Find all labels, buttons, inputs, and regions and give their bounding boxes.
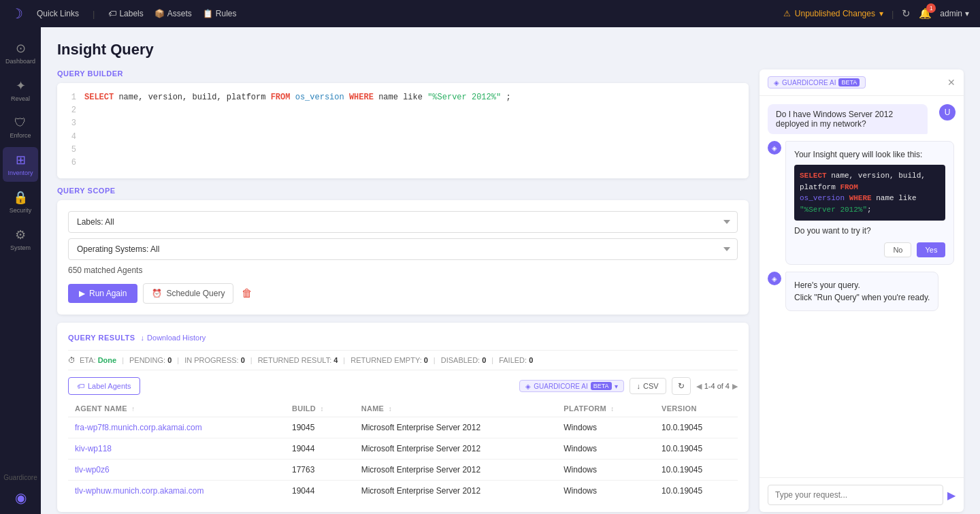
ai-panel-toggle[interactable]: ✕: [947, 77, 956, 88]
chevron-down-icon: ▾: [879, 9, 883, 18]
col-build[interactable]: BUILD ↕: [285, 400, 355, 417]
brand-icon: ◉: [15, 489, 27, 506]
notifications-button[interactable]: 🔔: [919, 7, 932, 20]
reveal-icon: ✦: [16, 78, 26, 93]
results-stats: ⏱ ETA: Done | PENDING: 0 |: [68, 350, 738, 370]
cell-platform: Windows: [557, 417, 655, 438]
agent-link[interactable]: tlv-wphuw.munich.corp.akamai.com: [75, 486, 203, 496]
prev-page-button[interactable]: ◀: [696, 382, 702, 391]
sort-icon: ↕: [389, 405, 392, 413]
admin-menu[interactable]: admin ▾: [940, 9, 969, 18]
query-results-section: QUERY RESULTS ↓ Download History ⏱ ETA:: [57, 323, 749, 512]
bot-message-2: Here's your query.Click "Run Query" when…: [785, 272, 938, 311]
code-line-5: 5: [65, 144, 740, 157]
code-editor[interactable]: 1 SELECT name, version, build, platform …: [57, 83, 749, 178]
results-header: QUERY RESULTS ↓ Download History: [68, 334, 738, 342]
pagination: ◀ 1-4 of 4 ▶: [696, 382, 738, 391]
sidebar: ⊙ Dashboard ✦ Reveal 🛡 Enforce ⊞ Invento…: [0, 27, 41, 514]
enforce-icon: 🛡: [14, 116, 27, 130]
cell-build: 19044: [285, 481, 355, 502]
agent-link[interactable]: kiv-wp118: [75, 444, 112, 453]
cell-name: Microsoft Enterprise Server 2012: [355, 460, 557, 481]
ai-badge: ◈ GUARDICORE AI BETA ▾: [519, 380, 623, 392]
next-page-button[interactable]: ▶: [732, 382, 738, 391]
results-right-tools: ◈ GUARDICORE AI BETA ▾ ↓ CSV ↻: [519, 377, 738, 395]
sort-icon: ↕: [320, 405, 323, 413]
bot-avatar-2: ◈: [768, 272, 781, 285]
rules-icon: 📋: [203, 9, 213, 18]
timer-icon: ⏱: [68, 356, 76, 364]
cell-agent-name: tlv-wphuw.munich.corp.akamai.com: [68, 481, 285, 502]
download-icon: ↓: [637, 382, 641, 390]
unpublished-changes[interactable]: ⚠ Unpublished Changes ▾: [783, 9, 883, 18]
app-logo[interactable]: ☽: [11, 5, 23, 22]
chevron-down-icon: ▾: [615, 383, 618, 390]
table-row: fra-wp7f8.munich.corp.akamai.com 19045 M…: [68, 417, 738, 438]
nav-rules[interactable]: 📋 Rules: [203, 9, 237, 18]
code-line-3: 3: [65, 117, 740, 130]
col-platform[interactable]: PLATFORM ↕: [557, 400, 655, 417]
returned-empty-stat: RETURNED EMPTY: 0: [350, 356, 428, 364]
run-again-button[interactable]: ▶ Run Again: [68, 284, 137, 303]
cell-build: 19044: [285, 438, 355, 460]
sidebar-item-reveal[interactable]: ✦ Reveal: [3, 73, 38, 108]
bot-message-2-row: ◈ Here's your query.Click "Run Query" wh…: [768, 272, 956, 311]
page-title: Insight Query: [57, 41, 964, 59]
user-message-row: Do I have Windows Server 2012 deployed i…: [768, 104, 956, 134]
bot-avatar-1: ◈: [768, 141, 781, 155]
col-version[interactable]: VERSION: [655, 400, 738, 417]
nav-assets[interactable]: 📦 Assets: [154, 9, 192, 18]
col-name[interactable]: NAME ↕: [355, 400, 557, 417]
csv-button[interactable]: ↓ CSV: [630, 378, 666, 394]
col-agent-name[interactable]: AGENT NAME ↑: [68, 400, 285, 417]
cell-build: 17763: [285, 460, 355, 481]
query-results-title: QUERY RESULTS: [68, 334, 135, 342]
cell-name: Microsoft Enterprise Server 2012: [355, 438, 557, 460]
delete-query-button[interactable]: 🗑: [239, 285, 255, 302]
cell-name: Microsoft Enterprise Server 2012: [355, 417, 557, 438]
schedule-query-button[interactable]: ⏰ Schedule Query: [143, 283, 233, 304]
sidebar-item-system[interactable]: ⚙ System: [3, 222, 38, 257]
matched-agents: 650 matched Agents: [68, 266, 738, 275]
cell-version: 10.0.19045: [655, 460, 738, 481]
sidebar-item-dashboard[interactable]: ⊙ Dashboard: [3, 35, 38, 70]
ai-no-button[interactable]: No: [884, 242, 911, 257]
user-message: Do I have Windows Server 2012 deployed i…: [768, 104, 928, 134]
labels-select[interactable]: Labels: All: [68, 211, 738, 233]
ai-panel-badge: ◈ GUARDICORE AI BETA: [768, 76, 866, 89]
label-agents-button[interactable]: 🏷 Label Agents: [68, 377, 140, 395]
sidebar-item-inventory[interactable]: ⊞ Inventory: [3, 147, 38, 182]
agent-link[interactable]: fra-wp7f8.munich.corp.akamai.com: [75, 423, 202, 432]
sidebar-item-security[interactable]: 🔒 Security: [3, 184, 38, 219]
refresh-button[interactable]: ↻: [902, 7, 911, 20]
download-icon: ↓: [141, 334, 145, 342]
nav-labels[interactable]: 🏷 Labels: [108, 9, 143, 18]
ai-panel-header: ◈ GUARDICORE AI BETA ✕: [760, 69, 964, 96]
agent-link[interactable]: tlv-wp0z6: [75, 465, 110, 475]
cell-platform: Windows: [557, 460, 655, 481]
ai-yes-button[interactable]: Yes: [917, 242, 945, 257]
table-row: kiv-wp118 19044 Microsoft Enterprise Ser…: [68, 438, 738, 460]
os-select[interactable]: Operating Systems: All: [68, 238, 738, 260]
results-title-row: QUERY RESULTS ↓ Download History: [68, 334, 206, 342]
query-builder-section: QUERY BUILDER 1 SELECT name, version, bu…: [57, 69, 749, 178]
ai-icon: ◈: [525, 383, 531, 390]
table-row: tlv-wp0z6 17763 Microsoft Enterprise Ser…: [68, 460, 738, 481]
main-layout: ⊙ Dashboard ✦ Reveal 🛡 Enforce ⊞ Invento…: [0, 27, 980, 514]
cell-agent-name: tlv-wp0z6: [68, 460, 285, 481]
refresh-results-button[interactable]: ↻: [672, 377, 691, 395]
cell-version: 10.0.19045: [655, 438, 738, 460]
failed-stat: FAILED: 0: [499, 356, 533, 364]
ai-yes-no-actions: No Yes: [794, 242, 945, 257]
download-history-link[interactable]: ↓ Download History: [141, 334, 206, 342]
quick-links[interactable]: Quick Links: [37, 9, 79, 18]
cell-build: 19045: [285, 417, 355, 438]
code-line-2: 2: [65, 104, 740, 117]
ai-input[interactable]: [768, 485, 943, 505]
query-builder-title: QUERY BUILDER: [57, 69, 749, 78]
inventory-icon: ⊞: [16, 152, 26, 167]
code-line-4: 4: [65, 131, 740, 144]
sidebar-item-enforce[interactable]: 🛡 Enforce: [3, 110, 38, 144]
user-avatar: U: [939, 104, 956, 121]
ai-send-button[interactable]: ▶: [947, 489, 956, 502]
